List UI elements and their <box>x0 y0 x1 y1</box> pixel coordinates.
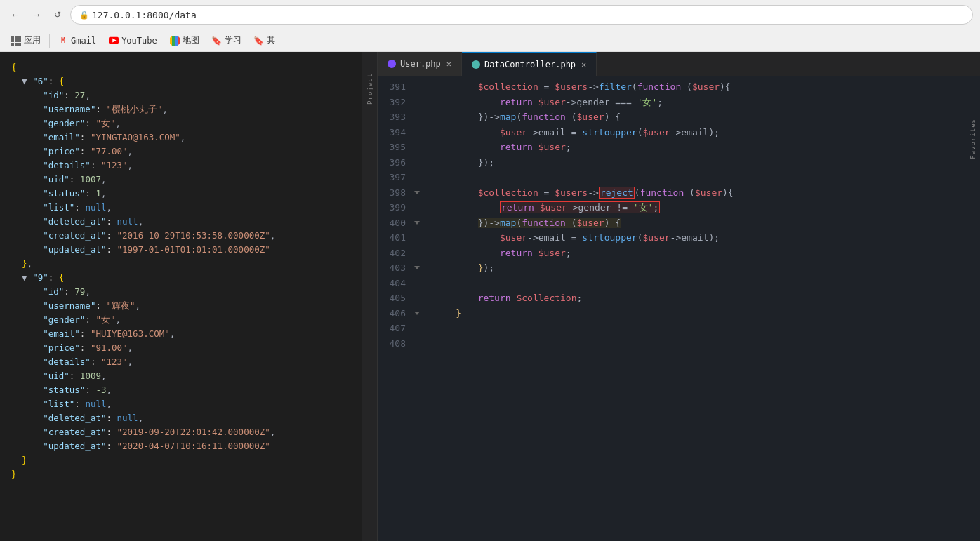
gutter-392 <box>411 95 423 110</box>
php-icon <box>388 60 396 68</box>
gutter-408 <box>411 336 423 352</box>
code-gutter <box>411 76 423 541</box>
svg-rect-8 <box>18 43 21 46</box>
line-407 <box>423 321 965 336</box>
gutter-405 <box>411 290 423 306</box>
gutter-401 <box>411 230 423 246</box>
gutter-402 <box>411 246 423 261</box>
svg-rect-4 <box>15 39 18 42</box>
gmail-icon: M <box>58 36 68 46</box>
ctrl-icon <box>472 60 480 69</box>
line-406: } <box>423 306 965 321</box>
line-402: return $user; <box>423 246 965 261</box>
svg-rect-0 <box>11 36 14 39</box>
editor-tabs: Project User.php ✕ DataController.php ✕ <box>362 52 980 76</box>
svg-rect-3 <box>11 39 14 42</box>
bookmark-gmail[interactable]: M Gmail <box>53 34 102 47</box>
study-label: 学习 <box>225 34 241 46</box>
line-394: $user->email = strtoupper($user->email); <box>423 125 965 140</box>
gutter-404 <box>411 276 423 291</box>
gutter-395 <box>411 140 423 155</box>
maps-label: 地图 <box>183 34 199 46</box>
maps-icon <box>170 36 180 46</box>
line-404 <box>423 276 965 291</box>
lock-icon: 🔒 <box>79 11 89 20</box>
gutter-399 <box>411 200 423 215</box>
svg-rect-6 <box>11 43 14 46</box>
editor-body: Structure 391 392 393 394 395 396 397 39… <box>362 76 980 541</box>
svg-rect-1 <box>15 36 18 39</box>
study-icon: 🔖 <box>212 36 222 46</box>
apps-icon <box>11 36 21 46</box>
code-content[interactable]: $collection = $users->filter(function ($… <box>423 76 965 541</box>
tab-user-php[interactable]: User.php ✕ <box>378 52 462 76</box>
gutter-391 <box>411 79 423 95</box>
favorites-sidebar: Favorites <box>965 76 980 541</box>
url-text: 127.0.0.1:8000/data <box>92 10 197 20</box>
left-activity-bar: Project <box>362 52 378 541</box>
json-content: { ▼ "6": { "id": 27, "username": "樱桃小丸子"… <box>0 58 362 484</box>
gutter-406 <box>411 306 423 321</box>
bookmarks-bar: 应用 M Gmail YouTube 地图 🔖 学习 🔖 其 <box>0 29 980 52</box>
line-398: $collection = $users->reject(function ($… <box>423 185 965 201</box>
line-391: $collection = $users->filter(function ($… <box>423 79 965 95</box>
tab-datacontroller-php-close[interactable]: ✕ <box>581 60 586 69</box>
code-editor: Project User.php ✕ DataController.php ✕ … <box>362 52 980 541</box>
svg-rect-7 <box>15 43 18 46</box>
line-396: }); <box>423 155 965 171</box>
gutter-393 <box>411 109 423 125</box>
browser-chrome: ← → ↺ 🔒 127.0.0.1:8000/data 应用 M Gmail Y… <box>0 0 980 52</box>
line-401: $user->email = strtoupper($user->email); <box>423 230 965 246</box>
youtube-label: YouTube <box>121 36 157 46</box>
gutter-396 <box>411 155 423 171</box>
gutter-397 <box>411 170 423 185</box>
bookmark-youtube[interactable]: YouTube <box>103 34 163 47</box>
line-408 <box>423 336 965 352</box>
gutter-398 <box>411 185 423 201</box>
address-bar[interactable]: 🔒 127.0.0.1:8000/data <box>70 5 973 25</box>
gmail-label: Gmail <box>71 36 96 46</box>
tab-datacontroller-php[interactable]: DataController.php ✕ <box>462 52 597 76</box>
gutter-407 <box>411 321 423 336</box>
tab-user-php-label: User.php <box>400 59 441 69</box>
line-397 <box>423 170 965 185</box>
bookmark-maps[interactable]: 地图 <box>164 33 205 48</box>
svg-rect-2 <box>18 36 21 39</box>
line-405: return $collection; <box>423 290 965 306</box>
browser-toolbar: ← → ↺ 🔒 127.0.0.1:8000/data <box>0 0 980 29</box>
svg-rect-5 <box>18 39 21 42</box>
line-395: return $user; <box>423 140 965 155</box>
project-label[interactable]: Project <box>366 73 373 105</box>
gutter-394 <box>411 125 423 140</box>
line-392: return $user->gender === '女'; <box>423 95 965 110</box>
apps-label: 应用 <box>24 34 41 46</box>
line-400: })->map(function ($user) { <box>423 215 965 231</box>
forward-button[interactable]: → <box>28 6 45 23</box>
bookmark-apps[interactable]: 应用 <box>6 33 46 48</box>
tab-datacontroller-php-label: DataController.php <box>484 60 576 69</box>
json-viewer[interactable]: { ▼ "6": { "id": 27, "username": "樱桃小丸子"… <box>0 52 362 541</box>
line-399: return $user->gender != '女'; <box>423 200 965 215</box>
youtube-icon <box>109 36 119 46</box>
line-403: }); <box>423 260 965 276</box>
back-button[interactable]: ← <box>7 6 24 23</box>
gutter-400 <box>411 215 423 231</box>
separator <box>49 34 50 48</box>
line-393: })->map(function ($user) { <box>423 109 965 125</box>
line-numbers: 391 392 393 394 395 396 397 398 399 400 … <box>378 76 411 541</box>
gutter-403 <box>411 260 423 276</box>
favorites-label[interactable]: Favorites <box>969 119 976 159</box>
reload-button[interactable]: ↺ <box>49 6 66 23</box>
bookmark-other[interactable]: 🔖 其 <box>249 33 281 48</box>
main-area: { ▼ "6": { "id": 27, "username": "樱桃小丸子"… <box>0 52 980 541</box>
other-label: 其 <box>267 34 275 46</box>
other-icon: 🔖 <box>254 36 264 46</box>
bookmark-study[interactable]: 🔖 学习 <box>206 33 247 48</box>
tab-user-php-close[interactable]: ✕ <box>446 59 451 69</box>
